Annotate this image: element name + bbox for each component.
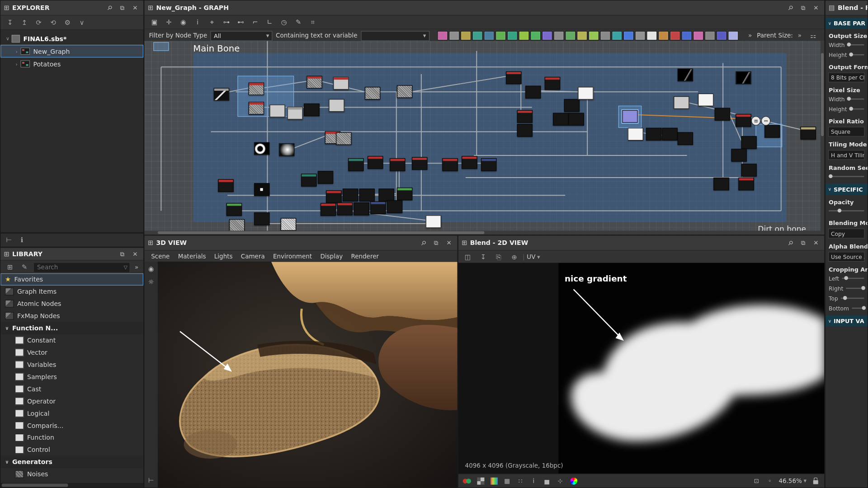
library-group-generators[interactable]: ∨Generators <box>0 456 143 468</box>
close-icon[interactable]: ✕ <box>811 4 821 11</box>
scrollbar-thumb[interactable] <box>2 483 68 487</box>
graph-node-18[interactable] <box>412 157 427 170</box>
graph-node-27[interactable] <box>343 189 358 202</box>
pin-icon[interactable]: ⚲ <box>104 4 114 11</box>
pixel-ratio-dropdown[interactable]: Square <box>828 127 865 136</box>
palette-node-icon-1[interactable] <box>448 31 459 41</box>
graph-node-59[interactable] <box>715 108 730 121</box>
transform-icon[interactable]: ✛ <box>162 17 175 28</box>
library-item-logical[interactable]: Logical <box>0 407 143 419</box>
publish-icon[interactable]: ↥ <box>18 17 30 28</box>
information-icon[interactable]: i <box>529 476 538 485</box>
graph-node-36[interactable] <box>337 202 353 215</box>
tiling-mode-dropdown[interactable]: H and V Tilin <box>828 150 865 160</box>
alpha-blending-dropdown[interactable]: Use Source A <box>828 252 865 262</box>
graph-node-29[interactable] <box>379 189 394 202</box>
parent-size-icon[interactable]: ⚏ <box>807 30 820 41</box>
channel-dots-icon[interactable]: ∷ <box>516 476 525 485</box>
palette-node-icon-22[interactable] <box>693 31 703 41</box>
graph-node-67[interactable] <box>801 127 816 139</box>
graph-node-54[interactable] <box>678 132 693 145</box>
palette-node-icon-24[interactable] <box>716 31 726 41</box>
library-item-cast[interactable]: Cast <box>0 383 143 395</box>
library-item-samplers[interactable]: Samplers <box>0 371 143 383</box>
graph-node-34[interactable] <box>281 218 296 230</box>
graph-node-49[interactable] <box>517 124 533 136</box>
pin-icon[interactable]: ⚲ <box>419 239 429 247</box>
camera-icon[interactable]: ◉ <box>148 265 154 273</box>
graph-node-1[interactable] <box>249 82 264 95</box>
crop-bottom-slider[interactable] <box>852 308 864 309</box>
palette-node-icon-18[interactable] <box>646 31 657 41</box>
menu-camera[interactable]: Camera <box>241 253 265 260</box>
library-item-atomic-nodes[interactable]: Atomic Nodes <box>0 298 143 310</box>
menu-scene[interactable]: Scene <box>151 253 170 260</box>
light-icon[interactable]: ☼ <box>148 278 154 286</box>
graph-node-41[interactable] <box>506 71 521 84</box>
graph-node-51[interactable] <box>628 128 643 141</box>
menu-lights[interactable]: Lights <box>214 253 233 260</box>
info-icon[interactable]: ℹ <box>21 236 24 244</box>
graph-vertical-scrollbar[interactable] <box>821 41 825 235</box>
graph-node-62[interactable] <box>741 136 757 149</box>
graph-node-15[interactable] <box>348 158 363 171</box>
chevron-down-icon[interactable]: ∨ <box>5 325 12 331</box>
graph-node-38[interactable] <box>370 202 386 214</box>
library-item-operator[interactable]: Operator <box>0 395 143 407</box>
float-icon[interactable]: ⧉ <box>798 4 808 11</box>
screenshot-icon[interactable]: ◉ <box>177 17 190 28</box>
graph-node-45[interactable] <box>578 87 593 99</box>
reload-icon[interactable]: ⟲ <box>47 17 59 28</box>
library-item-vector[interactable]: Vector <box>0 347 143 359</box>
graph-node-10[interactable] <box>329 99 344 112</box>
pin-icon[interactable]: ⚲ <box>786 239 796 247</box>
graph-node-11[interactable] <box>254 142 269 155</box>
graph-node-16[interactable] <box>368 156 383 169</box>
uv-dropdown[interactable]: UV▼ <box>527 253 540 261</box>
graph-node-12[interactable] <box>279 143 294 156</box>
palette-node-icon-10[interactable] <box>553 31 564 41</box>
library-item-fxmap-nodes[interactable]: FxMap Nodes <box>0 310 143 322</box>
outliner-icon[interactable]: ⊢ <box>6 236 12 244</box>
chevron-down-icon[interactable]: ∨ <box>5 459 12 465</box>
save-image-icon[interactable]: ↧ <box>477 252 490 263</box>
graph-node-61[interactable] <box>764 125 780 138</box>
lock-zoom-icon[interactable] <box>811 476 820 485</box>
section-base-parameters[interactable]: ∨ BASE PAR <box>826 18 868 28</box>
node-type-dropdown[interactable]: All▼ <box>211 31 273 41</box>
axis-icon[interactable]: ⊹ <box>556 476 565 485</box>
float-icon[interactable]: ⧉ <box>118 250 127 258</box>
graph-node-14[interactable] <box>336 132 351 145</box>
split-view-icon[interactable]: ◫ <box>462 252 474 263</box>
float-icon[interactable]: ⧉ <box>431 239 441 247</box>
scrollbar-thumb[interactable] <box>821 53 824 136</box>
graph-node-55[interactable] <box>674 96 689 109</box>
pin-icon[interactable]: ⚲ <box>786 4 796 11</box>
center-view-icon[interactable]: ◦ <box>765 476 774 485</box>
contain-dropdown[interactable]: ▼ <box>361 31 429 41</box>
menu-materials[interactable]: Materials <box>178 253 206 260</box>
palette-node-icon-19[interactable] <box>658 31 668 41</box>
menu-display[interactable]: Display <box>320 253 343 260</box>
close-icon[interactable]: ✕ <box>811 239 821 247</box>
graph-node-63[interactable] <box>731 149 747 161</box>
settings-more-icon[interactable]: ∨ <box>76 17 88 28</box>
library-item-function[interactable]: Function <box>0 432 143 444</box>
2d-viewport[interactable]: nice gradient 4096 x 4096 (Grayscale, 16… <box>458 263 824 474</box>
graph-node-26[interactable] <box>326 190 341 203</box>
palette-node-icon-6[interactable] <box>507 31 517 41</box>
graph-node-21[interactable] <box>481 158 496 171</box>
save-icon[interactable]: ↧ <box>4 17 16 28</box>
library-item-favorites[interactable]: ★Favorites <box>0 273 143 286</box>
graph-node-2[interactable] <box>249 102 264 114</box>
palette-node-icon-15[interactable] <box>611 31 622 41</box>
graph-node-47[interactable] <box>553 113 568 126</box>
palette-node-icon-21[interactable] <box>681 31 692 41</box>
palette-node-icon-13[interactable] <box>588 31 599 41</box>
float-icon[interactable]: ⧉ <box>118 4 127 11</box>
sync-icon[interactable]: ⟳ <box>33 17 45 28</box>
graph-node-52[interactable] <box>646 128 661 141</box>
palette-node-icon-0[interactable] <box>437 31 448 41</box>
chevron-right-icon[interactable]: › <box>13 61 20 66</box>
fit-frame-icon[interactable]: ⌗ <box>306 17 319 28</box>
